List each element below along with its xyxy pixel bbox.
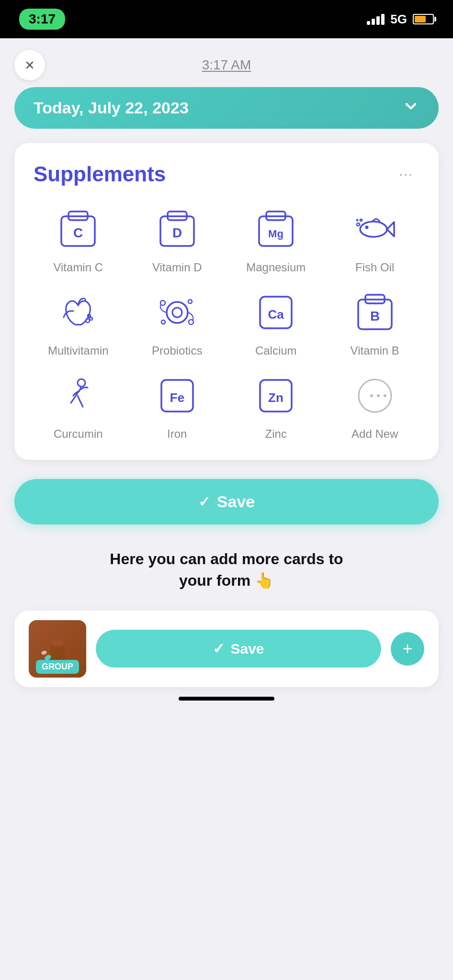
supplement-item-vitamin-c[interactable]: C Vitamin C (34, 205, 123, 274)
svg-point-16 (86, 319, 90, 323)
battery-icon (413, 14, 434, 24)
iron-icon: Fe (153, 372, 201, 420)
home-indicator (179, 697, 274, 701)
supplement-item-fish-oil[interactable]: Fish Oil (330, 205, 420, 274)
vitamin-c-icon: C (54, 205, 102, 253)
status-bar: 3:17 5G (0, 0, 453, 38)
svg-point-17 (90, 317, 92, 320)
add-card-button[interactable]: + (391, 632, 424, 666)
three-dots-icon: ··· (399, 167, 413, 182)
supplement-item-probiotics[interactable]: Probiotics (133, 289, 222, 357)
add-new-icon (351, 372, 399, 420)
svg-text:Mg: Mg (268, 228, 283, 240)
bottom-save-button[interactable]: ✓ Save (96, 630, 381, 668)
svg-point-11 (360, 222, 387, 237)
svg-point-13 (357, 223, 360, 226)
svg-point-19 (167, 302, 188, 323)
calcium-icon: Ca (252, 289, 300, 336)
bottom-card: GROUP ✓ Save + (14, 611, 439, 687)
header-time: 3:17 AM (202, 57, 251, 73)
curcumin-label: Curcumin (54, 427, 103, 441)
svg-rect-40 (52, 640, 63, 646)
info-text: Here you can add more cards toyour form … (14, 548, 439, 591)
calcium-label: Calcium (255, 344, 297, 357)
header: 3:17 AM (14, 48, 439, 87)
vitamin-d-label: Vitamin D (152, 261, 202, 274)
magnesium-icon: Mg (252, 205, 300, 253)
checkmark-icon: ✓ (198, 493, 210, 510)
supplement-item-multivitamin[interactable]: Multivitamin (34, 289, 123, 357)
date-selector[interactable]: Today, July 22, 2023 (14, 87, 439, 129)
supplement-item-vitamin-b[interactable]: B Vitamin B (330, 289, 420, 357)
svg-text:Fe: Fe (170, 390, 184, 405)
bottom-checkmark-icon: ✓ (213, 640, 225, 657)
svg-point-20 (172, 308, 182, 317)
svg-text:Ca: Ca (268, 307, 284, 322)
supplement-item-add-new[interactable]: Add New (330, 372, 420, 441)
vitamin-c-label: Vitamin C (53, 261, 103, 274)
probiotics-label: Probiotics (152, 344, 202, 357)
probiotics-icon (153, 289, 201, 336)
magnesium-label: Magnesium (246, 261, 306, 274)
app-container: 3:17 AM Today, July 22, 2023 Supplements… (0, 38, 453, 980)
network-label: 5G (390, 12, 407, 27)
save-label: Save (217, 492, 255, 511)
svg-text:C: C (73, 225, 83, 240)
supplement-item-iron[interactable]: Fe Iron (133, 372, 222, 441)
status-right: 5G (367, 12, 434, 27)
status-time: 3:17 (19, 9, 65, 30)
add-new-label: Add New (351, 427, 398, 441)
more-options-button[interactable]: ··· (393, 165, 419, 184)
vitamin-d-icon: D (153, 205, 201, 253)
signal-bars (367, 14, 385, 25)
signal-bar-1 (367, 21, 370, 25)
card-title: Supplements (34, 162, 166, 186)
multivitamin-label: Multivitamin (48, 344, 109, 357)
svg-text:B: B (370, 309, 380, 323)
supplements-card: Supplements ··· C Vitamin C (14, 143, 439, 460)
zinc-icon: Zn (252, 372, 300, 420)
close-button[interactable] (14, 50, 45, 80)
svg-point-21 (160, 301, 165, 305)
svg-point-12 (365, 226, 368, 229)
signal-bar-4 (381, 14, 385, 25)
bottom-save-label: Save (230, 641, 264, 657)
svg-point-37 (377, 394, 380, 397)
svg-text:Zn: Zn (268, 390, 283, 405)
svg-point-38 (384, 394, 386, 397)
svg-point-23 (189, 320, 193, 324)
curcumin-icon (54, 372, 102, 420)
bottom-thumbnail: GROUP (29, 620, 86, 678)
supplement-item-magnesium[interactable]: Mg Magnesium (231, 205, 321, 274)
fish-oil-icon (351, 205, 399, 253)
supplement-item-calcium[interactable]: Ca Calcium (231, 289, 321, 357)
svg-point-14 (360, 219, 362, 221)
fish-oil-label: Fish Oil (355, 261, 394, 274)
group-badge: GROUP (36, 660, 79, 674)
signal-bar-2 (372, 19, 375, 25)
save-button[interactable]: ✓ Save (14, 479, 439, 524)
svg-point-22 (188, 300, 192, 303)
card-header: Supplements ··· (34, 162, 419, 186)
add-icon: + (402, 639, 412, 659)
date-label: Today, July 22, 2023 (34, 99, 189, 117)
svg-point-24 (161, 320, 165, 324)
svg-point-36 (370, 394, 373, 397)
svg-point-30 (78, 379, 85, 387)
zinc-label: Zinc (265, 427, 287, 441)
chevron-down-icon (402, 98, 419, 118)
battery-fill (415, 16, 426, 22)
supplement-item-zinc[interactable]: Zn Zinc (231, 372, 321, 441)
supplement-item-curcumin[interactable]: Curcumin (34, 372, 123, 441)
svg-point-15 (356, 220, 358, 221)
svg-text:D: D (172, 225, 182, 240)
supplement-item-vitamin-d[interactable]: D Vitamin D (133, 205, 222, 274)
signal-bar-3 (376, 16, 380, 25)
multivitamin-icon (54, 289, 102, 336)
vitamin-b-label: Vitamin B (351, 344, 399, 357)
iron-label: Iron (167, 427, 187, 441)
svg-point-42 (41, 650, 47, 656)
supplement-grid: C Vitamin C D Vitamin D (34, 205, 419, 441)
vitamin-b-icon: B (351, 289, 399, 336)
